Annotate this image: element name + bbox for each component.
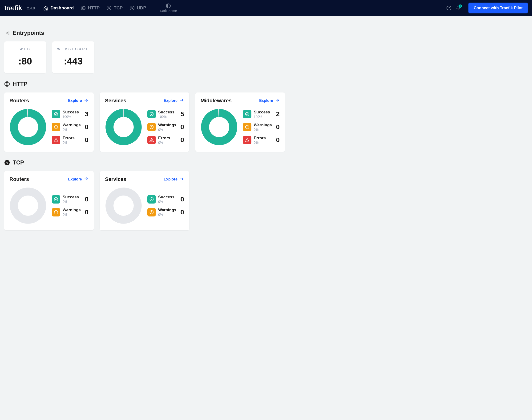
svg-rect-13 (56, 139, 56, 140)
card-title: Routers (9, 176, 29, 182)
explore-link[interactable]: Explore (164, 177, 184, 182)
success-icon (52, 195, 60, 204)
card-head: Services Explore (105, 98, 184, 104)
explore-link[interactable]: Explore (68, 98, 89, 104)
stat-card: Routers Explore Success 100% 3 Warnings … (4, 92, 94, 152)
svg-point-31 (4, 160, 10, 165)
svg-rect-29 (247, 139, 247, 140)
svg-point-1 (107, 6, 111, 10)
stat-pct: 100% (158, 115, 177, 119)
stat-pct: 0% (158, 141, 177, 145)
http-cards-row: Routers Explore Success 100% 3 Warnings … (4, 92, 528, 152)
warning-icon (147, 123, 156, 131)
explore-label: Explore (68, 177, 82, 181)
card-body: Success 0% 0 Warnings 0% 0 (9, 187, 89, 224)
logo: træfik (4, 4, 22, 12)
stat-label: Warnings (158, 123, 177, 128)
svg-rect-21 (151, 139, 152, 140)
theme-toggle[interactable]: Dark theme (160, 3, 177, 13)
nav-udp[interactable]: UDP (130, 5, 146, 11)
stat-pct: 0% (63, 200, 81, 204)
stat-text: Warnings 0% (63, 123, 81, 132)
stat-label: Success (63, 110, 81, 115)
main-nav: Dashboard HTTP TCP UDP (43, 5, 146, 11)
stat-count: 0 (179, 195, 184, 203)
help-button[interactable] (446, 5, 452, 11)
arrow-right-icon (275, 98, 280, 104)
svg-rect-12 (56, 128, 56, 128)
nav-http[interactable]: HTTP (81, 5, 100, 11)
stat-count: 0 (274, 123, 280, 131)
stat-pct: 0% (63, 128, 81, 132)
svg-point-32 (14, 192, 42, 220)
swap-icon (130, 6, 135, 11)
entrypoint-card[interactable]: WEBSECURE :443 (52, 41, 94, 73)
stats-list: Success 100% 3 Warnings 0% 0 Errors 0% 0 (52, 110, 89, 145)
explore-label: Explore (259, 99, 273, 103)
stat-pct: 0% (158, 200, 177, 204)
svg-rect-41 (151, 213, 152, 213)
svg-rect-11 (56, 126, 56, 127)
stat-pct: 0% (158, 128, 177, 132)
nav-http-label: HTTP (88, 5, 100, 11)
nav-tcp[interactable]: TCP (107, 5, 123, 11)
success-icon (147, 195, 156, 204)
nav-dashboard[interactable]: Dashboard (43, 5, 74, 11)
globe-icon (81, 6, 86, 11)
svg-rect-36 (56, 213, 56, 213)
error-icon (243, 136, 251, 144)
stat-row-warning: Warnings 0% 0 (52, 208, 89, 216)
warning-icon (147, 208, 156, 216)
stat-row-success: Success 0% 0 (147, 195, 184, 204)
stats-list: Success 0% 0 Warnings 0% 0 (52, 195, 89, 216)
card-title: Services (105, 98, 126, 104)
svg-point-24 (205, 113, 233, 141)
explore-link[interactable]: Explore (68, 177, 89, 182)
tcp-cards-row: Routers Explore Success 0% 0 Warnings 0%… (4, 171, 528, 230)
section-entrypoints-head: Entrypoints (4, 30, 528, 36)
notification-badge: 1 (458, 4, 462, 8)
card-title: Services (105, 176, 126, 182)
swap-icon (4, 160, 10, 165)
notifications-button[interactable]: 1 (456, 5, 461, 11)
nav-udp-label: UDP (137, 5, 146, 11)
entrypoint-port: :443 (55, 56, 92, 67)
stat-count: 0 (274, 136, 280, 144)
stat-count: 5 (179, 110, 184, 118)
stats-list: Success 100% 2 Warnings 0% 0 Errors 0% 0 (243, 110, 280, 145)
connect-pilot-button[interactable]: Connect with Traefik Pilot (469, 3, 528, 14)
card-body: Success 100% 2 Warnings 0% 0 Errors 0% 0 (200, 108, 280, 146)
arrow-right-icon (84, 98, 89, 104)
stat-pct: 0% (63, 213, 81, 216)
error-icon (52, 136, 60, 144)
card-body: Success 0% 0 Warnings 0% 0 (105, 187, 184, 224)
success-icon (52, 110, 60, 118)
theme-toggle-label: Dark theme (160, 9, 177, 13)
entrypoint-port: :80 (7, 56, 44, 67)
explore-link[interactable]: Explore (164, 98, 184, 104)
stat-text: Errors 0% (63, 136, 81, 145)
entrypoints-row: WEB :80 WEBSECURE :443 (4, 41, 528, 73)
explore-link[interactable]: Explore (259, 98, 280, 104)
svg-rect-40 (151, 211, 152, 212)
nav-dashboard-label: Dashboard (50, 5, 74, 11)
entrypoint-name: WEBSECURE (55, 47, 92, 51)
section-tcp-head: TCP (4, 159, 528, 166)
stat-count: 3 (83, 110, 89, 118)
stat-row-warning: Warnings 0% 0 (243, 123, 280, 132)
stat-pct: 0% (158, 213, 177, 216)
stat-row-error: Errors 0% 0 (147, 136, 184, 145)
login-icon (4, 30, 10, 36)
stat-text: Success 100% (158, 110, 177, 119)
entrypoint-card[interactable]: WEB :80 (4, 41, 46, 73)
globe-icon (4, 81, 10, 87)
warning-icon (243, 123, 251, 131)
stat-row-error: Errors 0% 0 (243, 136, 280, 145)
stat-count: 0 (83, 123, 89, 131)
stat-text: Success 100% (63, 110, 81, 119)
stat-text: Success 0% (63, 195, 81, 204)
stat-label: Success (158, 110, 177, 115)
stat-label: Errors (158, 136, 177, 140)
stat-text: Warnings 0% (158, 208, 177, 216)
stat-pct: 100% (63, 115, 81, 119)
